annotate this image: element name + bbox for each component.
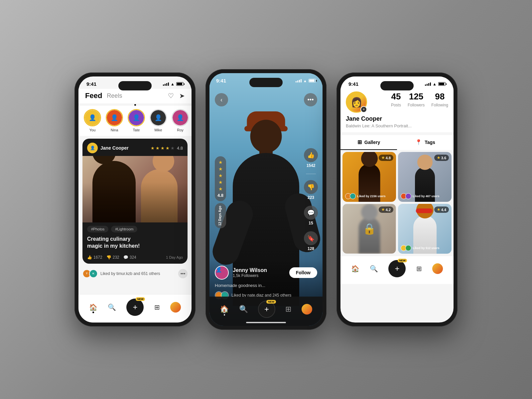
reel-home-button[interactable]: 🏠 [220, 305, 229, 314]
reel-grid-button[interactable]: ⊞ [285, 305, 291, 314]
story-mike[interactable]: 👤 Mike [150, 109, 167, 132]
post-actions: 👍 1672 👎 232 💬 324 1 Day Ago [82, 253, 188, 264]
story-avatar-tate: 👤 [128, 109, 145, 126]
liked-more-button[interactable]: ••• [178, 269, 188, 278]
gallery-liked-1: Liked by 2156 users [345, 193, 386, 199]
home-active-dot [92, 312, 94, 313]
gallery-grid: ★ 4.8 Liked by 2156 users [340, 150, 454, 256]
reel-bookmark-count: 128 [308, 246, 314, 251]
post-tag-photos[interactable]: #Photos [87, 226, 108, 232]
story-tate[interactable]: 👤 Tate [128, 109, 145, 132]
battery-left [176, 82, 184, 86]
status-icons-left: ▲ [163, 82, 184, 86]
stat-posts: 45 Posts [391, 91, 401, 108]
reel-user-row: 👤 Jenny Wilson 1,5k Followers Follow [215, 266, 317, 280]
profile-avatar-add-button[interactable]: + [360, 106, 367, 113]
battery-right [438, 82, 446, 86]
post-header: 👤 Jane Cooper ★ ★ ★ ★ ★ 4.8 [82, 139, 188, 156]
dislike-icon: 👎 [106, 255, 111, 260]
gallery-item-2[interactable]: ★ 3.6 Liked by 467 users [398, 152, 452, 202]
star-1: ★ [151, 146, 155, 151]
wifi-icon-left: ▲ [171, 82, 175, 86]
gallery-item-1[interactable]: ★ 4.8 Liked by 2156 users [342, 152, 396, 202]
grid-button-right[interactable]: ⊞ [416, 265, 422, 273]
post-caption: Creating culinarymagic in my kitchen! [82, 234, 188, 253]
post-dislikes[interactable]: 👎 232 [106, 255, 119, 260]
gallery-liked-avatars-2 [401, 193, 411, 199]
story-you[interactable]: 👤 You [84, 109, 101, 132]
story-avatar-mike: 👤 [150, 109, 167, 126]
story-label-you: You [89, 128, 96, 132]
post-tag-lightroom[interactable]: #Lightroom [111, 226, 137, 232]
feed-actions: ♡ ➤ [168, 92, 185, 100]
dynamic-island-right [380, 81, 414, 90]
tab-gallery[interactable]: ⊞ Gallery [340, 135, 397, 150]
gallery-star-3: ★ [381, 207, 385, 212]
story-avatar-nina: 👤 [106, 109, 123, 126]
comment-count: 324 [130, 255, 136, 260]
story-nina[interactable]: 👤 Nina [106, 109, 123, 132]
liked-av-2: K [89, 269, 98, 278]
profile-avatar-nav-right[interactable] [432, 263, 443, 274]
post-tags: #Photos #Lightroom [82, 222, 188, 234]
post-time: 1 Day Ago [166, 255, 183, 259]
new-badge-left: NEW [136, 297, 145, 301]
star-4: ★ [166, 146, 170, 151]
reel-add-button[interactable]: + NEW [258, 301, 275, 318]
grid-button-left[interactable]: ⊞ [154, 303, 160, 311]
reel-new-badge: NEW [266, 300, 276, 304]
post-card: 👤 Jane Cooper ★ ★ ★ ★ ★ 4.8 [82, 139, 188, 264]
reel-more-button[interactable]: ••• [304, 93, 317, 106]
reel-back-button[interactable]: ‹ [215, 93, 228, 106]
reel-bookmark-action[interactable]: 🔖 128 [304, 231, 318, 251]
reel-nav-avatar[interactable] [302, 304, 312, 315]
reel-like-action[interactable]: 👍 1542 [304, 148, 318, 168]
liked-text: Liked by timur.kzb and 651 others [100, 271, 178, 276]
reel-search-button[interactable]: 🔍 [239, 305, 248, 314]
home-button-left[interactable]: 🏠 [89, 303, 97, 311]
reel-time-panel: 12 Days Ago [215, 203, 226, 228]
status-icons-right: ▲ [425, 82, 446, 86]
tab-tags[interactable]: 📍 Tags [397, 135, 454, 150]
post-scene [82, 156, 188, 222]
bottom-nav-left: 🏠 🔍 + NEW ⊞ [78, 294, 192, 323]
bottom-nav-right: 🏠 🔍 + NEW ⊞ [340, 256, 454, 284]
heart-button[interactable]: ♡ [168, 92, 174, 100]
search-button-right[interactable]: 🔍 [370, 265, 378, 273]
post-comments[interactable]: 💬 324 [123, 255, 136, 260]
gallery-icon: ⊞ [357, 139, 362, 145]
reel-caption: Homemade goodness in... [215, 283, 317, 288]
story-roy[interactable]: 👤 Roy [172, 109, 189, 132]
phone-left-screen: 9:41 ▲ Feed Reels ♡ ➤ [78, 76, 192, 323]
add-button-left[interactable]: + NEW [126, 299, 144, 316]
story-label-roy: Roy [177, 128, 184, 132]
reel-follow-button[interactable]: Follow [289, 267, 317, 278]
gallery-item-3[interactable]: ★ 4.2 🔒 [342, 204, 396, 254]
add-button-right[interactable]: + NEW [388, 260, 406, 277]
time-left: 9:41 [86, 81, 96, 87]
send-button[interactable]: ➤ [179, 92, 185, 100]
feed-reels-tab[interactable]: Reels [107, 92, 122, 99]
post-rating: 4.8 [177, 146, 183, 151]
gallery-item-4[interactable]: ★ 4.4 Liked by 512 users [398, 204, 452, 254]
reel-dislike-circle: 👎 [304, 180, 318, 194]
like-icon: 👍 [87, 255, 92, 260]
home-button-right[interactable]: 🏠 [351, 265, 359, 273]
search-button-left[interactable]: 🔍 [108, 303, 116, 311]
profile-bio: Baldwin Lee: A Southern Portrait... [346, 123, 448, 128]
home-bar-center [246, 322, 286, 323]
gallery-liked-4: Liked by 512 users [401, 245, 440, 251]
post-likes[interactable]: 👍 1672 [87, 255, 102, 260]
gallery-liked-av-2b [405, 193, 411, 199]
reel-user-info: Jenny Wilson 1,5k Followers [233, 267, 285, 278]
stat-following: 98 Following [431, 91, 448, 108]
reel-star-2: ★ [218, 166, 223, 172]
gallery-liked-av-1b [350, 193, 356, 199]
story-label-tate: Tate [133, 128, 140, 132]
profile-avatar-nav-left[interactable] [170, 302, 181, 313]
reel-dislike-action[interactable]: 👎 223 [304, 180, 318, 200]
signal-left [163, 82, 169, 86]
gallery-rating-4: ★ 4.4 [434, 206, 449, 213]
posts-count: 45 [391, 91, 401, 102]
reel-comment-action[interactable]: 💬 15 [304, 206, 318, 225]
